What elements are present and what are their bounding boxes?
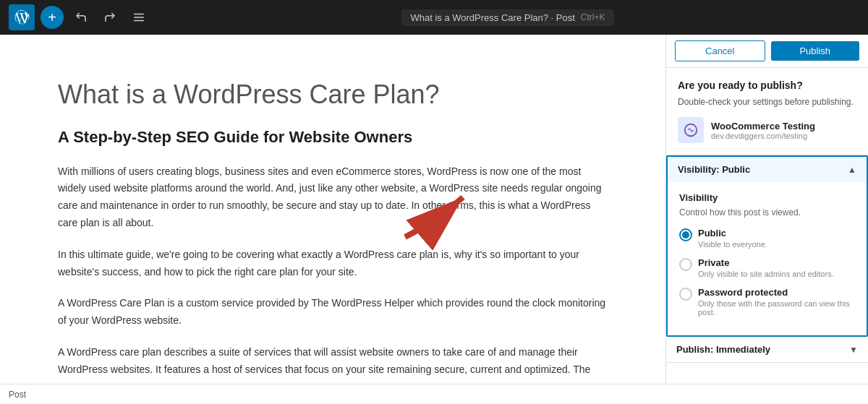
- ready-desc: Double-check your settings before publis…: [678, 95, 856, 108]
- visibility-body-desc: Control how this post is viewed.: [679, 206, 855, 219]
- panel-action-buttons: Cancel Publish: [666, 35, 868, 68]
- private-sub: Only visible to site admins and editors.: [698, 270, 834, 278]
- site-info: WooCommerce Testing dev.devdiggers.com/t…: [678, 117, 856, 143]
- password-label: Password protected: [698, 287, 855, 298]
- radio-public-inner: [682, 231, 689, 238]
- ready-title: Are you ready to publish?: [678, 79, 856, 91]
- visibility-header-label: Visibility: Public: [678, 164, 750, 175]
- post-subtitle: A Step-by-Step SEO Guide for Website Own…: [58, 126, 608, 149]
- cancel-button[interactable]: Cancel: [675, 40, 765, 61]
- paragraph-3: A WordPress Care Plan is a custom servic…: [58, 295, 608, 330]
- main-area: What is a WordPress Care Plan? A Step-by…: [0, 35, 868, 384]
- editor-area[interactable]: What is a WordPress Care Plan? A Step-by…: [0, 35, 665, 384]
- visibility-section: Visibility: Public ▲ Visibility Control …: [666, 155, 868, 337]
- redo-button[interactable]: [98, 6, 122, 29]
- visibility-body-title: Visibility: [679, 192, 855, 203]
- chevron-down-icon: ▼: [849, 345, 858, 355]
- visibility-option-password[interactable]: Password protected Only those with the p…: [679, 287, 855, 317]
- radio-password[interactable]: [679, 288, 692, 301]
- public-sub: Visible to everyone.: [698, 240, 767, 249]
- toolbar-center: What is a WordPress Care Plan? · Post Ct…: [156, 9, 859, 26]
- publish-panel: Cancel Publish Are you ready to publish?…: [665, 35, 868, 384]
- paragraph-1: With millions of users creating blogs, b…: [58, 163, 608, 232]
- chevron-up-icon: ▲: [848, 165, 856, 175]
- visibility-option-public[interactable]: Public Visible to everyone.: [679, 228, 855, 249]
- post-title-bar[interactable]: What is a WordPress Care Plan? · Post Ct…: [401, 9, 613, 26]
- public-label: Public: [698, 228, 767, 238]
- status-bar: Post: [0, 384, 868, 404]
- password-sub: Only those with the password can view th…: [698, 299, 855, 317]
- ready-section: Are you ready to publish? Double-check y…: [666, 68, 868, 155]
- site-details: WooCommerce Testing dev.devdiggers.com/t…: [711, 121, 815, 140]
- radio-public-text: Public Visible to everyone.: [698, 228, 767, 249]
- paragraph-4: A WordPress care plan describes a suite …: [58, 344, 608, 379]
- site-url: dev.devdiggers.com/testing: [711, 132, 815, 140]
- publish-button[interactable]: Publish: [771, 41, 860, 61]
- visibility-body: Visibility Control how this post is view…: [668, 182, 867, 335]
- private-label: Private: [698, 257, 834, 268]
- site-icon: [678, 117, 704, 143]
- radio-private[interactable]: [679, 258, 692, 271]
- list-view-button[interactable]: [127, 6, 150, 29]
- visibility-option-private[interactable]: Private Only visible to site admins and …: [679, 257, 855, 278]
- publish-time-row[interactable]: Publish: Immediately ▼: [666, 337, 868, 363]
- radio-public[interactable]: [679, 228, 692, 241]
- paragraph-2: In this ultimate guide, we're going to b…: [58, 246, 608, 281]
- radio-password-text: Password protected Only those with the p…: [698, 287, 855, 317]
- add-block-button[interactable]: +: [41, 6, 64, 29]
- visibility-header[interactable]: Visibility: Public ▲: [668, 157, 867, 182]
- radio-private-text: Private Only visible to site admins and …: [698, 257, 834, 278]
- publish-time-label: Publish: Immediately: [676, 344, 770, 355]
- post-title: What is a WordPress Care Plan?: [58, 78, 608, 112]
- wordpress-logo: [9, 4, 35, 30]
- status-label: Post: [9, 390, 26, 400]
- keyboard-shortcut: Ctrl+K: [581, 12, 605, 22]
- site-name: WooCommerce Testing: [711, 121, 815, 132]
- undo-button[interactable]: [69, 6, 93, 29]
- toolbar: + What is a WordPress Care Plan? · Post …: [0, 0, 868, 35]
- post-title-text: What is a WordPress Care Plan? · Post: [410, 12, 574, 23]
